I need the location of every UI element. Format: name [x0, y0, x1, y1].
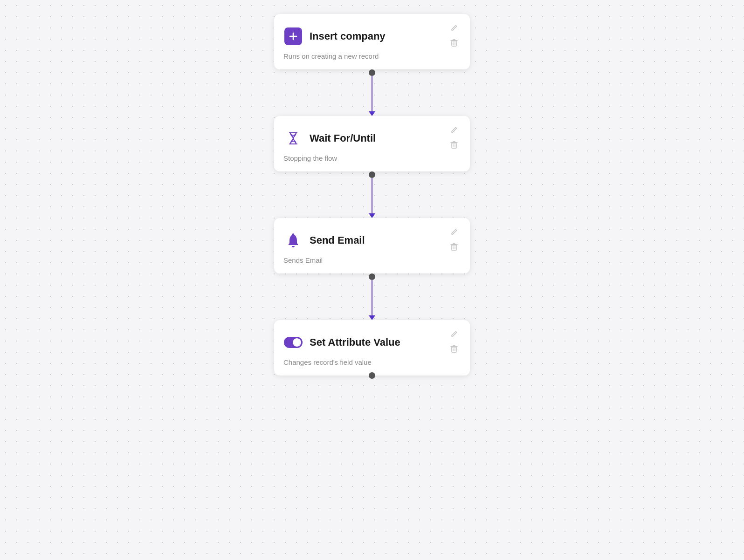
node-title: Insert company: [310, 30, 386, 42]
edit-button[interactable]: [449, 23, 459, 34]
bottom-connector-dot: [369, 372, 375, 379]
connector-2: [369, 171, 375, 218]
connector-line: [372, 76, 372, 111]
svg-point-12: [292, 233, 294, 235]
svg-rect-18: [452, 347, 456, 352]
node-title: Send Email: [310, 234, 365, 246]
delete-button[interactable]: [449, 242, 459, 253]
flow-canvas: Insert company: [274, 14, 470, 382]
connector-arrow: [369, 213, 375, 218]
svg-rect-7: [452, 143, 456, 148]
node-title: Set Attribute Value: [310, 336, 400, 348]
node-subtitle: Runs on creating a new record: [283, 52, 459, 60]
node-subtitle: Stopping the flow: [283, 154, 459, 162]
node-subtitle: Changes record's field value: [283, 358, 459, 366]
delete-button[interactable]: [449, 38, 459, 49]
delete-button[interactable]: [449, 344, 459, 355]
node-wait-for: Wait For/Until: [274, 116, 470, 171]
connector-line: [372, 178, 372, 213]
node-send-email: Send Email S: [274, 218, 470, 273]
connector-3: [369, 273, 375, 320]
node-insert-company: Insert company: [274, 14, 470, 69]
svg-rect-13: [452, 245, 456, 250]
plus-icon: [283, 27, 303, 46]
delete-button[interactable]: [449, 140, 459, 151]
edit-button[interactable]: [449, 329, 459, 340]
toggle-icon: [283, 333, 303, 352]
connector-dot: [369, 171, 375, 178]
bell-icon: [283, 231, 303, 250]
edit-button[interactable]: [449, 125, 459, 136]
hourglass-icon: [283, 129, 303, 148]
node-title: Wait For/Until: [310, 132, 376, 144]
connector-arrow: [369, 111, 375, 116]
connector-1: [369, 69, 375, 116]
connector-arrow: [369, 315, 375, 320]
edit-button[interactable]: [449, 227, 459, 238]
node-subtitle: Sends Email: [283, 256, 459, 264]
svg-rect-2: [452, 41, 456, 46]
connector-dot: [369, 69, 375, 76]
node-set-attribute: Set Attribute Value: [274, 320, 470, 376]
connector-dot: [369, 273, 375, 280]
connector-line: [372, 280, 372, 315]
